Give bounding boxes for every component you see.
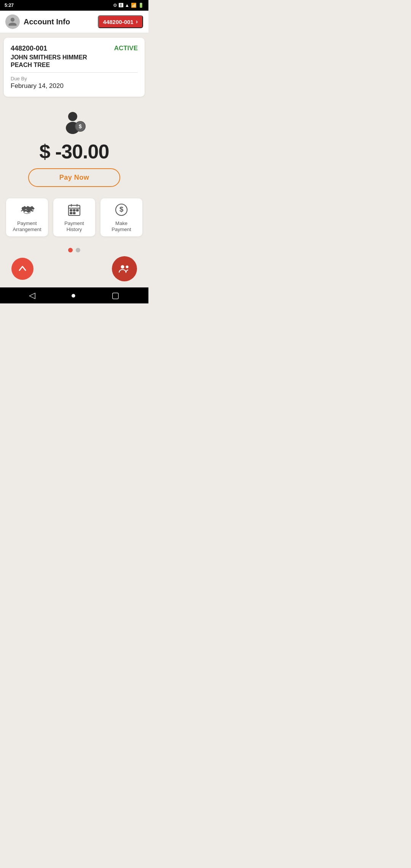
svg-point-0 — [68, 112, 77, 121]
status-time: 5:27 — [5, 3, 14, 8]
card-divider — [11, 72, 138, 73]
svg-rect-14 — [76, 210, 78, 211]
make-payment-button[interactable]: $ MakePayment — [100, 198, 142, 236]
payment-history-label: PaymentHistory — [64, 220, 84, 232]
svg-rect-12 — [70, 210, 72, 211]
svg-point-19 — [121, 265, 124, 269]
payment-arrangement-label: PaymentArrangement — [13, 220, 41, 232]
calendar-icon — [67, 202, 82, 217]
page-title: Account Info — [24, 18, 70, 26]
action-buttons-row: PaymentArrangement PaymentHistory $ Make… — [0, 198, 148, 236]
svg-point-20 — [126, 266, 129, 268]
payment-history-button[interactable]: PaymentHistory — [53, 198, 95, 236]
due-by-label: Due By — [11, 76, 138, 81]
battery-icon: 🔋 — [138, 3, 144, 8]
dot-1 — [68, 248, 73, 252]
bluetooth-icon: 🅱 — [119, 3, 123, 8]
account-holder-name: JOHN SMITHERS HIMMER — [11, 54, 138, 61]
signal-icon: 📶 — [131, 3, 137, 8]
badge-account-number: 448200-001 — [103, 19, 134, 25]
contacts-fab[interactable] — [112, 256, 137, 281]
account-number: 448200-001 — [11, 45, 47, 53]
status-icons: ⚙ 🅱 ▲ 📶 🔋 — [113, 3, 144, 8]
svg-point-7 — [29, 207, 32, 210]
fab-area — [0, 256, 148, 281]
status-badge: ACTIVE — [114, 45, 138, 52]
app-header: Account Info 448200-001 › — [0, 11, 148, 33]
home-button[interactable]: ● — [64, 289, 83, 302]
badge-chevron-icon: › — [136, 18, 138, 25]
page-indicator — [0, 248, 148, 252]
handshake-icon — [19, 202, 35, 217]
dot-2 — [76, 248, 80, 252]
navigation-bar: ◁ ● ▢ — [0, 287, 148, 303]
balance-section: $ $ -30.00 Pay Now — [0, 101, 148, 191]
svg-rect-16 — [73, 212, 75, 214]
balance-icon: $ — [59, 108, 89, 137]
svg-rect-15 — [70, 212, 72, 214]
back-button[interactable]: ◁ — [22, 289, 42, 302]
recents-button[interactable]: ▢ — [105, 289, 126, 302]
pay-now-button[interactable]: Pay Now — [28, 168, 121, 187]
dollar-icon: $ — [114, 202, 129, 217]
scroll-up-fab[interactable] — [11, 258, 33, 280]
svg-rect-13 — [73, 210, 75, 211]
svg-point-6 — [22, 207, 25, 210]
balance-amount: $ -30.00 — [40, 140, 109, 163]
account-badge-button[interactable]: 448200-001 › — [98, 15, 143, 28]
settings-icon: ⚙ — [113, 3, 117, 8]
make-payment-label: MakePayment — [112, 220, 131, 232]
avatar — [5, 14, 20, 29]
due-date: February 14, 2020 — [11, 82, 138, 90]
header-left: Account Info — [5, 14, 70, 29]
account-card: 448200-001 ACTIVE JOHN SMITHERS HIMMER P… — [4, 38, 145, 97]
account-location: PEACH TREE — [11, 62, 138, 69]
svg-text:$: $ — [119, 205, 123, 213]
account-card-header: 448200-001 ACTIVE — [11, 45, 138, 53]
status-bar: 5:27 ⚙ 🅱 ▲ 📶 🔋 — [0, 0, 148, 11]
payment-arrangement-button[interactable]: PaymentArrangement — [6, 198, 48, 236]
wifi-icon: ▲ — [125, 3, 129, 8]
svg-text:$: $ — [79, 123, 82, 129]
